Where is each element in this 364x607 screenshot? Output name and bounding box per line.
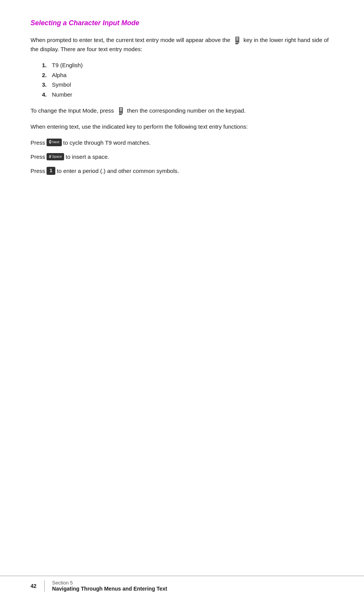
list-item-1: 1. T9 (English) — [42, 60, 333, 70]
footer-section-label: Section 5 — [52, 580, 168, 586]
menu-key-icon: MENU — [233, 36, 241, 45]
page-content: Selecting a Character Input Mode When pr… — [0, 0, 364, 211]
entering-text-paragraph: When entering text, use the indicated ke… — [31, 122, 333, 131]
footer-nav-title: Navigating Through Menus and Entering Te… — [52, 586, 168, 592]
svg-text:MENU: MENU — [235, 42, 239, 44]
footer-divider — [44, 580, 45, 592]
press-line-hash: Press #Space to insert a space. — [31, 152, 333, 161]
footer-page-number: 42 — [31, 583, 37, 589]
page-title: Selecting a Character Input Mode — [31, 19, 333, 27]
list-item-2: 2. Alpha — [42, 70, 333, 80]
menu-key-icon-2: MENU — [116, 107, 125, 115]
key-hash-badge: #Space — [47, 153, 64, 160]
change-mode-paragraph: To change the Input Mode, press MENU the… — [31, 106, 333, 115]
press-line-0next: Press 0Next to cycle through T9 word mat… — [31, 138, 333, 147]
key-0next-badge: 0Next — [47, 139, 61, 146]
page-footer: 42 Section 5 Navigating Through Menus an… — [0, 576, 364, 592]
press-line-1: Press 1 to enter a period (.) and other … — [31, 166, 333, 175]
svg-text:MENU: MENU — [119, 113, 122, 114]
key-1-badge: 1 — [47, 167, 55, 175]
footer-section-info: Section 5 Navigating Through Menus and E… — [52, 580, 168, 592]
intro-paragraph: When prompted to enter text, the current… — [31, 36, 333, 53]
list-item-4: 4. Number — [42, 90, 333, 100]
list-item-3: 3. Symbol — [42, 80, 333, 90]
entry-modes-list: 1. T9 (English) 2. Alpha 3. Symbol 4. Nu… — [42, 60, 333, 99]
